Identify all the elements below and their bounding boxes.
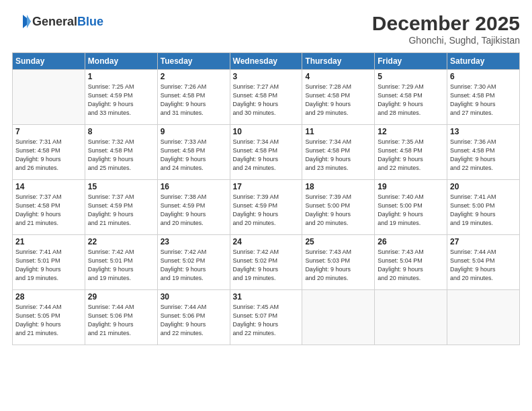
weekday-header-saturday: Saturday — [447, 53, 520, 70]
day-info: Sunrise: 7:41 AMSunset: 5:00 PMDaylight:… — [450, 193, 517, 228]
month-title: December 2025 — [372, 12, 520, 35]
day-info: Sunrise: 7:42 AMSunset: 5:01 PMDaylight:… — [88, 248, 154, 283]
day-info: Sunrise: 7:33 AMSunset: 4:58 PMDaylight:… — [161, 138, 227, 173]
day-number: 29 — [88, 292, 154, 302]
day-info: Sunrise: 7:29 AMSunset: 4:58 PMDaylight:… — [378, 83, 444, 118]
day-number: 27 — [450, 237, 517, 246]
calendar-cell: 25Sunrise: 7:43 AMSunset: 5:03 PMDayligh… — [302, 235, 375, 290]
calendar-cell: 8Sunrise: 7:32 AMSunset: 4:58 PMDaylight… — [85, 125, 157, 180]
calendar-cell — [13, 70, 85, 125]
calendar-week-row: 28Sunrise: 7:44 AMSunset: 5:05 PMDayligh… — [13, 290, 520, 345]
calendar-cell: 22Sunrise: 7:42 AMSunset: 5:01 PMDayligh… — [85, 235, 157, 290]
day-number: 6 — [450, 72, 517, 81]
calendar-week-row: 21Sunrise: 7:41 AMSunset: 5:01 PMDayligh… — [13, 235, 520, 290]
weekday-header-sunday: Sunday — [13, 53, 85, 70]
weekday-header-tuesday: Tuesday — [157, 53, 230, 70]
day-number: 24 — [233, 237, 300, 246]
day-number: 10 — [233, 127, 300, 136]
calendar-cell: 10Sunrise: 7:34 AMSunset: 4:58 PMDayligh… — [230, 125, 302, 180]
day-number: 9 — [161, 127, 227, 136]
day-info: Sunrise: 7:39 AMSunset: 5:00 PMDaylight:… — [305, 193, 371, 228]
calendar-week-row: 7Sunrise: 7:31 AMSunset: 4:58 PMDaylight… — [13, 125, 520, 180]
calendar-cell: 11Sunrise: 7:34 AMSunset: 4:58 PMDayligh… — [302, 125, 375, 180]
calendar-cell: 23Sunrise: 7:42 AMSunset: 5:02 PMDayligh… — [157, 235, 230, 290]
day-number: 11 — [305, 127, 371, 136]
day-number: 25 — [305, 237, 371, 246]
calendar-cell: 3Sunrise: 7:27 AMSunset: 4:58 PMDaylight… — [230, 70, 302, 125]
day-info: Sunrise: 7:42 AMSunset: 5:02 PMDaylight:… — [161, 248, 227, 283]
day-info: Sunrise: 7:32 AMSunset: 4:58 PMDaylight:… — [88, 138, 154, 173]
calendar-cell: 13Sunrise: 7:36 AMSunset: 4:58 PMDayligh… — [447, 125, 520, 180]
day-info: Sunrise: 7:44 AMSunset: 5:06 PMDaylight:… — [161, 303, 227, 338]
title-block: December 2025 Ghonchi, Sughd, Tajikistan — [372, 12, 520, 46]
day-number: 7 — [15, 127, 82, 136]
calendar-cell: 26Sunrise: 7:43 AMSunset: 5:04 PMDayligh… — [375, 235, 447, 290]
day-number: 8 — [88, 127, 154, 136]
day-info: Sunrise: 7:39 AMSunset: 4:59 PMDaylight:… — [233, 193, 300, 228]
day-number: 4 — [305, 72, 371, 81]
calendar-cell — [447, 290, 520, 345]
day-info: Sunrise: 7:34 AMSunset: 4:58 PMDaylight:… — [305, 138, 371, 173]
day-info: Sunrise: 7:44 AMSunset: 5:05 PMDaylight:… — [15, 303, 82, 338]
day-info: Sunrise: 7:26 AMSunset: 4:58 PMDaylight:… — [161, 83, 227, 118]
calendar-week-row: 1Sunrise: 7:25 AMSunset: 4:59 PMDaylight… — [13, 70, 520, 125]
day-number: 16 — [161, 182, 227, 191]
calendar-cell — [302, 290, 375, 345]
day-number: 28 — [15, 292, 82, 302]
calendar-cell — [375, 290, 447, 345]
day-number: 5 — [378, 72, 444, 81]
calendar-cell: 24Sunrise: 7:42 AMSunset: 5:02 PMDayligh… — [230, 235, 302, 290]
calendar-cell: 14Sunrise: 7:37 AMSunset: 4:58 PMDayligh… — [13, 180, 85, 235]
day-number: 3 — [233, 72, 300, 81]
calendar-cell: 9Sunrise: 7:33 AMSunset: 4:58 PMDaylight… — [157, 125, 230, 180]
day-number: 13 — [450, 127, 517, 136]
day-number: 14 — [15, 182, 82, 191]
calendar-cell: 30Sunrise: 7:44 AMSunset: 5:06 PMDayligh… — [157, 290, 230, 345]
day-number: 23 — [161, 237, 227, 246]
calendar-week-row: 14Sunrise: 7:37 AMSunset: 4:58 PMDayligh… — [13, 180, 520, 235]
day-number: 20 — [450, 182, 517, 191]
logo-icon — [12, 12, 31, 31]
weekday-header-monday: Monday — [85, 53, 157, 70]
calendar-cell: 12Sunrise: 7:35 AMSunset: 4:58 PMDayligh… — [375, 125, 447, 180]
calendar-cell: 16Sunrise: 7:38 AMSunset: 4:59 PMDayligh… — [157, 180, 230, 235]
day-info: Sunrise: 7:28 AMSunset: 4:58 PMDaylight:… — [305, 83, 371, 118]
calendar-cell: 17Sunrise: 7:39 AMSunset: 4:59 PMDayligh… — [230, 180, 302, 235]
calendar-header-row: SundayMondayTuesdayWednesdayThursdayFrid… — [13, 53, 520, 70]
day-number: 26 — [378, 237, 444, 246]
weekday-header-friday: Friday — [375, 53, 447, 70]
day-info: Sunrise: 7:36 AMSunset: 4:58 PMDaylight:… — [450, 138, 517, 173]
logo-general: General — [32, 15, 77, 28]
logo-text: GeneralBlue — [32, 15, 103, 29]
day-number: 21 — [15, 237, 82, 246]
calendar-cell: 15Sunrise: 7:37 AMSunset: 4:59 PMDayligh… — [85, 180, 157, 235]
calendar-cell: 19Sunrise: 7:40 AMSunset: 5:00 PMDayligh… — [375, 180, 447, 235]
weekday-header-wednesday: Wednesday — [230, 53, 302, 70]
day-info: Sunrise: 7:37 AMSunset: 4:59 PMDaylight:… — [88, 193, 154, 228]
day-info: Sunrise: 7:40 AMSunset: 5:00 PMDaylight:… — [378, 193, 444, 228]
main-container: GeneralBlue December 2025 Ghonchi, Sughd… — [0, 0, 532, 411]
header: GeneralBlue December 2025 Ghonchi, Sughd… — [12, 12, 520, 46]
calendar-cell: 29Sunrise: 7:44 AMSunset: 5:06 PMDayligh… — [85, 290, 157, 345]
day-info: Sunrise: 7:25 AMSunset: 4:59 PMDaylight:… — [88, 83, 154, 118]
day-info: Sunrise: 7:37 AMSunset: 4:58 PMDaylight:… — [15, 193, 82, 228]
day-number: 18 — [305, 182, 371, 191]
day-number: 2 — [161, 72, 227, 81]
logo: GeneralBlue — [12, 12, 103, 31]
day-number: 15 — [88, 182, 154, 191]
day-info: Sunrise: 7:35 AMSunset: 4:58 PMDaylight:… — [378, 138, 444, 173]
logo-blue: Blue — [77, 15, 103, 28]
day-info: Sunrise: 7:41 AMSunset: 5:01 PMDaylight:… — [15, 248, 82, 283]
day-info: Sunrise: 7:30 AMSunset: 4:58 PMDaylight:… — [450, 83, 517, 118]
day-number: 12 — [378, 127, 444, 136]
day-info: Sunrise: 7:42 AMSunset: 5:02 PMDaylight:… — [233, 248, 300, 283]
calendar-cell: 31Sunrise: 7:45 AMSunset: 5:07 PMDayligh… — [230, 290, 302, 345]
day-number: 19 — [378, 182, 444, 191]
calendar-table: SundayMondayTuesdayWednesdayThursdayFrid… — [12, 52, 520, 345]
calendar-cell: 28Sunrise: 7:44 AMSunset: 5:05 PMDayligh… — [13, 290, 85, 345]
calendar-cell: 1Sunrise: 7:25 AMSunset: 4:59 PMDaylight… — [85, 70, 157, 125]
day-number: 31 — [233, 292, 300, 302]
location: Ghonchi, Sughd, Tajikistan — [372, 35, 520, 46]
day-info: Sunrise: 7:44 AMSunset: 5:04 PMDaylight:… — [450, 248, 517, 283]
day-info: Sunrise: 7:38 AMSunset: 4:59 PMDaylight:… — [161, 193, 227, 228]
